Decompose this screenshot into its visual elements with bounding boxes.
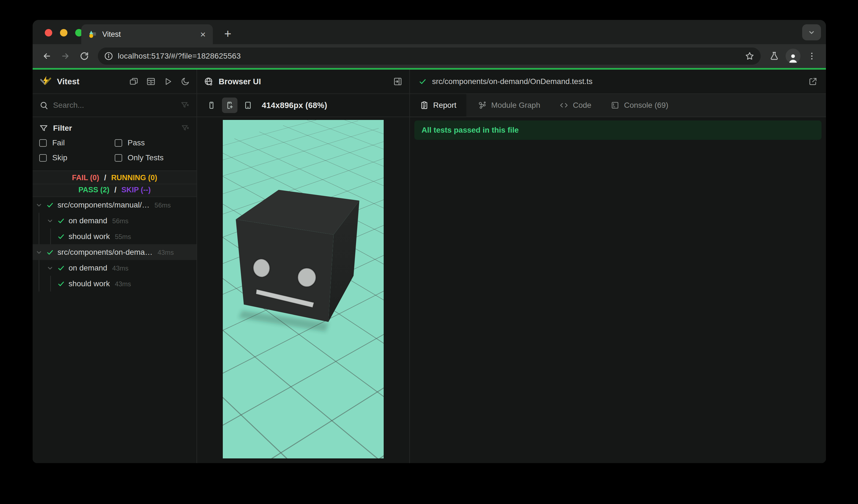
viewport-dimensions: 414x896px (68%) (262, 101, 327, 110)
pass-check-icon (57, 217, 65, 225)
forward-arrow-icon (61, 51, 70, 61)
tree-row-suite[interactable]: on demand56ms (33, 213, 196, 228)
filter-option-pass[interactable]: Pass (115, 135, 190, 150)
tree-row-test[interactable]: should work43ms (33, 276, 196, 292)
vitest-favicon-icon (89, 30, 97, 39)
tree-row-file[interactable]: src/components/manual/…56ms (33, 197, 196, 213)
filter-section: Filter Fail Pass (33, 117, 196, 170)
device-tablet-button[interactable] (240, 98, 256, 113)
filter-option-skip[interactable]: Skip (39, 150, 115, 165)
chevron-down-icon (807, 28, 816, 37)
url-text[interactable]: localhost:5173/#/?file=1828625563 (118, 52, 740, 61)
address-bar[interactable]: localhost:5173/#/?file=1828625563 (98, 48, 761, 65)
test-tree: src/components/manual/…56ms on demand56m… (33, 197, 196, 463)
browser-toolbar: localhost:5173/#/?file=1828625563 (33, 44, 826, 68)
filter-label: Skip (52, 153, 67, 162)
fail-count: FAIL (0) (69, 174, 102, 182)
close-window-button[interactable] (45, 29, 52, 36)
test-duration: 56ms (155, 201, 171, 209)
sidebar: Vitest (33, 70, 197, 463)
filter-option-fail[interactable]: Fail (39, 135, 115, 150)
pass-check-icon (57, 232, 65, 241)
experiments-button[interactable] (767, 49, 782, 64)
run-all-icon[interactable] (163, 77, 173, 86)
person-icon (788, 52, 798, 64)
tab-strip: Vitest × + (33, 20, 826, 44)
checkbox[interactable] (115, 154, 122, 162)
module-graph-icon (478, 101, 487, 110)
device-phone-add-button[interactable] (222, 98, 237, 113)
status-separator: / (102, 174, 109, 182)
browser-menu-button[interactable] (804, 49, 819, 64)
open-external-icon[interactable] (808, 77, 817, 86)
filter-option-only-tests[interactable]: Only Tests (115, 150, 190, 165)
robot-cube (223, 120, 384, 458)
pass-count: PASS (2) (76, 186, 112, 194)
clear-filter-icon[interactable] (181, 124, 190, 133)
search-row[interactable]: Search... (33, 94, 196, 117)
checkbox[interactable] (39, 139, 47, 147)
bookmark-star-icon[interactable] (745, 51, 754, 61)
open-panel-right-icon[interactable] (393, 77, 403, 86)
test-file-name: src/components/on-dema…43ms (58, 248, 174, 257)
test-duration: 43ms (112, 264, 129, 272)
filter-label: Pass (128, 139, 145, 147)
chevron-down-icon[interactable] (46, 217, 54, 225)
tab-report[interactable]: Report (410, 94, 466, 117)
device-toolbar: 414x896px (68%) (197, 94, 409, 117)
site-info-icon[interactable] (104, 51, 113, 61)
status-line-1: FAIL (0) / RUNNING (0) (33, 172, 196, 184)
tab-module-graph[interactable]: Module Graph (470, 94, 548, 117)
browser-ui-panel: Browser UI 414x896px (68%) (197, 70, 410, 463)
funnel-icon (39, 124, 48, 133)
tab-label: Console (69) (624, 101, 668, 110)
checkbox[interactable] (115, 139, 122, 147)
tree-row-test[interactable]: should work55ms (33, 228, 196, 244)
reload-button[interactable] (77, 49, 92, 64)
sidebar-header: Vitest (33, 70, 196, 94)
back-button[interactable] (39, 49, 54, 64)
tree-row-file-selected[interactable]: src/components/on-dema…43ms (33, 244, 196, 260)
test-duration: 43ms (158, 249, 174, 256)
tree-row-suite[interactable]: on demand43ms (33, 260, 196, 276)
phone-plus-icon (225, 101, 234, 110)
new-tab-button[interactable]: + (220, 26, 236, 42)
test-file-path: src/components/on-demand/OnDemand.test.t… (432, 77, 593, 86)
tab-console[interactable]: Console (69) (603, 94, 676, 117)
globe-icon (204, 77, 214, 86)
sidebar-title: Vitest (57, 77, 79, 86)
chevron-down-icon[interactable] (46, 264, 54, 272)
report-panel: src/components/on-demand/OnDemand.test.t… (410, 70, 826, 463)
theme-toggle-moon-icon[interactable] (180, 77, 190, 86)
browser-ui-title: Browser UI (219, 77, 261, 86)
pass-check-icon (46, 201, 54, 209)
tablet-icon (243, 101, 253, 110)
test-status-summary: FAIL (0) / RUNNING (0) PASS (2) / SKIP (… (33, 170, 196, 197)
pass-check-icon (57, 264, 65, 272)
search-input[interactable]: Search... (53, 101, 176, 110)
profile-avatar[interactable] (785, 49, 800, 64)
test-file-name: src/components/manual/…56ms (58, 200, 171, 209)
checkbox[interactable] (39, 154, 47, 162)
dashboard-icon[interactable] (146, 77, 156, 86)
phone-icon (207, 101, 216, 110)
device-phone-small-button[interactable] (204, 98, 219, 113)
tab-code[interactable]: Code (552, 94, 599, 117)
kebab-menu-icon (807, 51, 816, 61)
tab-label: Report (433, 101, 456, 110)
test-duration: 43ms (115, 280, 131, 288)
pass-check-icon (46, 248, 54, 256)
overview-windows-icon[interactable] (129, 77, 139, 86)
tab-close-button[interactable]: × (200, 30, 206, 39)
tested-page-viewport[interactable] (223, 120, 384, 458)
clear-filter-icon[interactable] (180, 101, 190, 110)
back-arrow-icon (42, 51, 52, 61)
tab-search-button[interactable] (802, 24, 821, 40)
browser-tab[interactable]: Vitest × (81, 24, 213, 44)
chevron-down-icon[interactable] (35, 201, 43, 209)
console-icon (610, 101, 619, 110)
chevron-down-icon[interactable] (35, 248, 43, 256)
report-tabs: Report Module Graph Code (410, 94, 826, 117)
forward-button[interactable] (58, 49, 73, 64)
minimize-window-button[interactable] (60, 29, 67, 36)
